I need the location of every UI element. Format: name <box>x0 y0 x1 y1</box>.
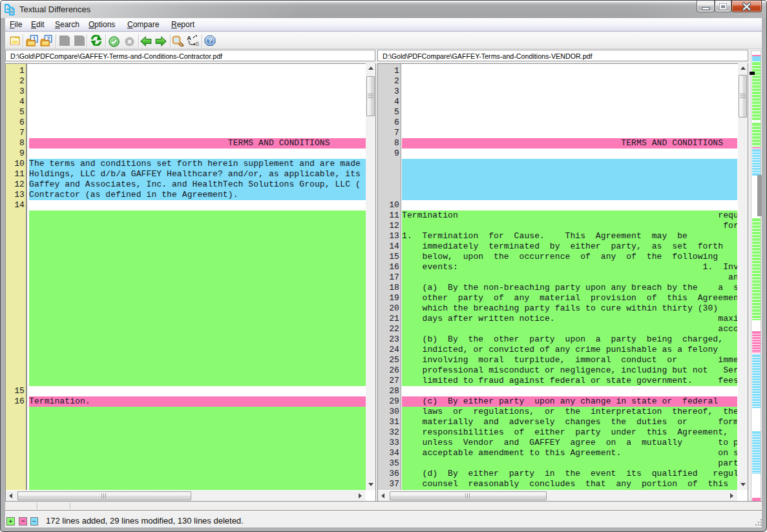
svg-text:B: B <box>196 41 200 46</box>
svg-text:?: ? <box>208 37 213 45</box>
svg-text:A: A <box>187 35 191 41</box>
